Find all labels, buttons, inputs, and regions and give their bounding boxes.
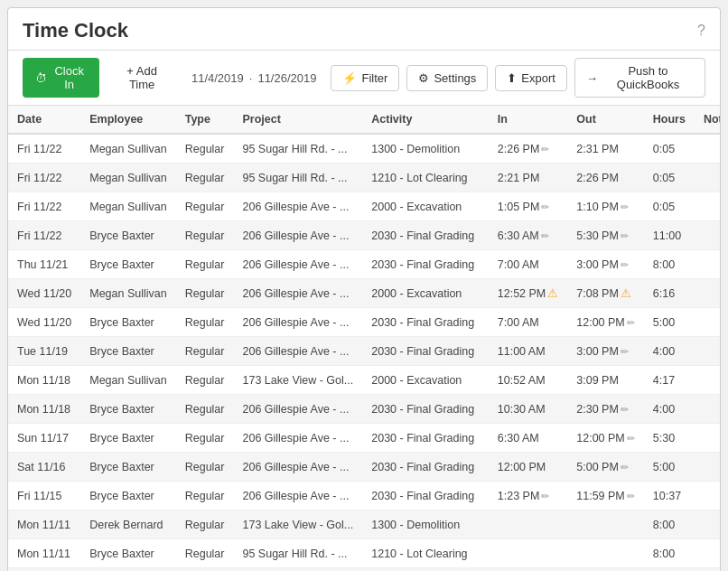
page-title: Time Clock (23, 19, 128, 42)
cell-type: Regular (176, 134, 234, 164)
cell-out (567, 539, 644, 568)
table-row: Fri 11/8 Kyle Bruse Regular 3733 Hamilto… (8, 568, 720, 572)
cell-hours: 0:05 (644, 164, 695, 192)
table-row: Mon 11/11 Bryce Baxter Regular 95 Sugar … (8, 539, 720, 568)
col-activity: Activity (362, 106, 489, 134)
cell-employee: Bryce Baxter (80, 453, 175, 482)
table-row: Fri 11/15 Bryce Baxter Regular 206 Gille… (8, 482, 720, 510)
cell-hours: 8:00 (644, 510, 695, 539)
cell-activity: 1210 - Lot Clearing (362, 539, 489, 568)
table-row: Fri 11/22 Megan Sullivan Regular 206 Gil… (8, 192, 720, 221)
edit-icon[interactable]: ✏ (621, 259, 629, 270)
cell-employee: Bryce Baxter (80, 337, 175, 366)
cell-date: Mon 11/18 (8, 395, 80, 424)
edit-icon[interactable]: ✏ (627, 491, 635, 501)
cell-type: Regular (176, 308, 234, 337)
export-button[interactable]: ⬆ Export (495, 65, 567, 91)
edit-icon[interactable]: ✏ (621, 346, 629, 357)
cell-out (567, 510, 644, 539)
cell-employee: Kyle Bruse (80, 568, 175, 572)
table-row: Wed 11/20 Bryce Baxter Regular 206 Gille… (8, 308, 720, 337)
cell-in: 7:00 AM (489, 250, 568, 279)
cell-notes (695, 250, 720, 279)
edit-icon[interactable]: ✏ (541, 230, 549, 241)
cell-type: Regular (176, 395, 234, 424)
edit-icon[interactable]: ✏ (621, 230, 629, 241)
cell-out: 12:00 PM✏ (567, 308, 644, 337)
cell-hours: 4:00 (644, 337, 695, 366)
edit-icon[interactable]: ✏ (621, 404, 629, 415)
edit-icon[interactable]: ✏ (541, 144, 549, 154)
cell-in: 6:30 AM (489, 424, 568, 453)
cell-date: Fri 11/22 (8, 221, 80, 250)
cell-in: 2:26 PM✏ (489, 134, 568, 164)
cell-in: 2:21 PM (489, 164, 568, 192)
time-clock-table: Date Employee Type Project Activity In O… (8, 106, 720, 571)
cell-activity: 2030 - Final Grading (362, 424, 489, 453)
date-range: 11/4/2019 · 11/26/2019 (191, 71, 317, 85)
cell-hours: 5:00 (644, 308, 695, 337)
warn-icon: ⚠ (547, 286, 558, 300)
cell-type: Regular (176, 424, 234, 453)
clock-in-button[interactable]: ⏱ Clock In (23, 58, 99, 98)
table-row: Tue 11/19 Bryce Baxter Regular 206 Gille… (8, 337, 720, 366)
cell-notes (695, 366, 720, 395)
cell-notes (695, 539, 720, 568)
cell-activity: 2030 - Final Grading (362, 221, 489, 250)
cell-date: Fri 11/22 (8, 164, 80, 192)
cell-in: 6:30 AM✏ (489, 221, 568, 250)
date-range-start[interactable]: 11/4/2019 (191, 71, 244, 85)
cell-out: 3:00 PM✏ (567, 250, 644, 279)
cell-notes (695, 337, 720, 366)
cell-hours: 6:16 (644, 279, 695, 308)
cell-date: Fri 11/22 (8, 192, 80, 221)
cell-type: Regular (176, 482, 234, 510)
add-time-button[interactable]: + Add Time (107, 58, 177, 98)
cell-project: 95 Sugar Hill Rd. - ... (233, 134, 362, 164)
push-quickbooks-button[interactable]: → Push to QuickBooks (574, 58, 705, 98)
cell-employee: Megan Sullivan (80, 366, 175, 395)
cell-hours: 8:00 (644, 539, 695, 568)
cell-type: Regular (176, 510, 234, 539)
table-row: Mon 11/18 Megan Sullivan Regular 173 Lak… (8, 366, 720, 395)
edit-icon[interactable]: ✏ (541, 491, 549, 501)
cell-activity: 1300 - Demolition (362, 134, 489, 164)
export-icon: ⬆ (507, 71, 517, 85)
cell-activity: 2030 - Final Grading (362, 482, 489, 510)
date-range-end[interactable]: 11/26/2019 (257, 71, 316, 85)
table-row: Mon 11/11 Derek Bernard Regular 173 Lake… (8, 510, 720, 539)
filter-icon: ⚡ (342, 71, 357, 85)
cell-activity: 2030 - Final Grading (362, 250, 489, 279)
edit-icon[interactable]: ✏ (627, 317, 635, 328)
cell-project: 206 Gillespie Ave - ... (233, 453, 362, 482)
cell-out: 2:26 PM (567, 164, 644, 192)
filter-button[interactable]: ⚡ Filter (331, 65, 399, 91)
cell-in (489, 510, 568, 539)
table-wrapper: Date Employee Type Project Activity In O… (8, 106, 720, 571)
cell-in: 11:00 AM (489, 337, 568, 366)
cell-out: 5:00 PM✏ (567, 453, 644, 482)
settings-button[interactable]: ⚙ Settings (406, 65, 488, 91)
cell-date: Sun 11/17 (8, 424, 80, 453)
cell-project: 206 Gillespie Ave - ... (233, 482, 362, 510)
cell-project: 206 Gillespie Ave - ... (233, 337, 362, 366)
cell-out: 3:00 PM✏ (567, 337, 644, 366)
edit-icon[interactable]: ✏ (621, 462, 629, 473)
edit-icon[interactable]: ✏ (621, 201, 629, 212)
cell-type: Regular (176, 279, 234, 308)
edit-icon[interactable]: ✏ (627, 433, 635, 444)
table-row: Fri 11/22 Bryce Baxter Regular 206 Gille… (8, 221, 720, 250)
cell-type: Regular (176, 366, 234, 395)
cell-employee: Derek Bernard (80, 510, 175, 539)
cell-notes (695, 164, 720, 192)
cell-project: 173 Lake View - Gol... (233, 510, 362, 539)
cell-type: Regular (176, 221, 234, 250)
cell-employee: Bryce Baxter (80, 250, 175, 279)
help-icon[interactable]: ? (697, 23, 705, 39)
cell-notes (695, 424, 720, 453)
cell-out (567, 568, 644, 572)
cell-type: Regular (176, 192, 234, 221)
edit-icon[interactable]: ✏ (541, 201, 549, 212)
gear-icon: ⚙ (418, 71, 429, 85)
cell-activity: 2030 - Final Grading (362, 337, 489, 366)
